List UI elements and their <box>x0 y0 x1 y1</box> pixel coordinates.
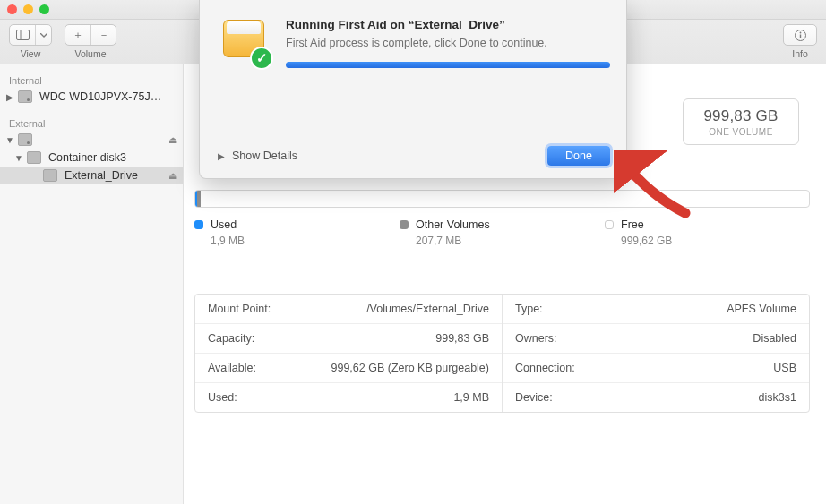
show-details-toggle[interactable]: ▶ Show Details <box>218 149 297 162</box>
sidebar-item-label: Container disk3 <box>48 151 126 164</box>
svg-rect-0 <box>16 30 29 40</box>
info-icon <box>784 25 816 45</box>
view-tool: View <box>9 24 52 59</box>
volume-label: Volume <box>74 48 106 59</box>
view-button[interactable] <box>9 24 52 46</box>
legend-other-value: 207,7 MB <box>416 235 605 247</box>
disclosure-icon[interactable]: ▶ <box>5 92 14 102</box>
storage-legend: Used 1,9 MB Other Volumes 207,7 MB Free … <box>194 218 810 247</box>
disk-success-icon: ✓ <box>218 18 271 68</box>
info-type-label: Type: <box>515 303 543 315</box>
info-device-value: disk3s1 <box>759 391 796 404</box>
eject-icon[interactable]: ⏏ <box>168 170 177 182</box>
volume-buttons[interactable]: ＋ － <box>65 24 116 46</box>
legend-swatch-free <box>605 220 614 229</box>
show-details-label: Show Details <box>232 149 297 162</box>
sidebar-item-label: External_Drive <box>65 169 165 182</box>
sheet-progress <box>286 62 610 68</box>
info-button[interactable] <box>783 24 817 46</box>
svg-point-10 <box>799 31 801 33</box>
legend-swatch-other <box>400 220 409 229</box>
chevron-down-icon <box>35 25 51 45</box>
hdd-icon <box>18 133 32 146</box>
legend-used-value: 1,9 MB <box>211 235 400 247</box>
disk-icon <box>27 151 41 164</box>
minus-icon: － <box>90 25 116 45</box>
disclosure-icon[interactable]: ▼ <box>5 135 14 145</box>
legend-swatch-used <box>194 220 203 229</box>
sidebar-item-internal-disk[interactable]: ▶ WDC WD10JPVX-75J… <box>0 88 183 106</box>
done-button[interactable]: Done <box>547 146 610 166</box>
view-label: View <box>21 48 41 59</box>
sidebar-item-label: WDC WD10JPVX-75J… <box>39 90 161 103</box>
info-available-value: 999,62 GB (Zero KB purgeable) <box>331 362 490 374</box>
sidebar-item-container[interactable]: ▼ Container disk3 <box>0 149 183 167</box>
close-window-button[interactable] <box>7 4 17 14</box>
checkmark-icon: ✓ <box>250 47 273 70</box>
info-table: Mount Point:/Volumes/External_Drive Capa… <box>194 294 810 413</box>
volume-tool: ＋ － Volume <box>65 24 116 59</box>
info-mount-label: Mount Point: <box>208 303 271 315</box>
capacity-sub: ONE VOLUME <box>709 127 773 137</box>
sidebar-item-external-disk[interactable]: ▼ ⏏ <box>0 131 183 149</box>
sidebar-item-volume[interactable]: External_Drive ⏏ <box>0 167 183 184</box>
info-label: Info <box>792 48 808 59</box>
disclosure-icon[interactable]: ▼ <box>14 153 23 163</box>
legend-free-label: Free <box>621 218 644 231</box>
legend-used-label: Used <box>211 218 237 231</box>
window-controls <box>7 4 49 14</box>
sheet-subtitle: First Aid process is complete, click Don… <box>286 37 610 49</box>
capacity-value: 999,83 GB <box>703 107 778 125</box>
info-available-label: Available: <box>208 362 256 374</box>
info-capacity-label: Capacity: <box>208 332 254 345</box>
info-owners-label: Owners: <box>515 332 557 345</box>
zoom-window-button[interactable] <box>39 4 49 14</box>
info-connection-label: Connection: <box>515 362 575 374</box>
first-aid-sheet: ✓ Running First Aid on “External_Drive” … <box>199 0 627 179</box>
info-capacity-value: 999,83 GB <box>435 332 489 345</box>
sidebar-section-external: External <box>0 113 183 131</box>
info-owners-value: Disabled <box>753 332 796 345</box>
sidebar: Internal ▶ WDC WD10JPVX-75J… External ▼ … <box>0 64 184 504</box>
plus-icon: ＋ <box>65 25 90 45</box>
volume-icon <box>43 169 57 182</box>
capacity-badge: 999,83 GB ONE VOLUME <box>683 98 799 145</box>
info-device-label: Device: <box>515 391 553 404</box>
minimize-window-button[interactable] <box>23 4 33 14</box>
eject-icon[interactable]: ⏏ <box>168 134 177 146</box>
legend-other-label: Other Volumes <box>416 218 490 231</box>
info-used-value: 1,9 MB <box>453 391 489 404</box>
info-connection-value: USB <box>773 362 796 374</box>
hdd-icon <box>18 90 32 103</box>
sheet-title: Running First Aid on “External_Drive” <box>286 18 610 31</box>
legend-free-value: 999,62 GB <box>621 235 810 247</box>
sidebar-section-internal: Internal <box>0 70 183 88</box>
info-type-value: APFS Volume <box>727 303 796 315</box>
storage-bar <box>194 190 810 208</box>
info-mount-value: /Volumes/External_Drive <box>366 303 489 315</box>
disclosure-triangle-icon: ▶ <box>218 151 225 161</box>
info-used-label: Used: <box>208 391 237 404</box>
sidebar-icon <box>10 25 35 45</box>
